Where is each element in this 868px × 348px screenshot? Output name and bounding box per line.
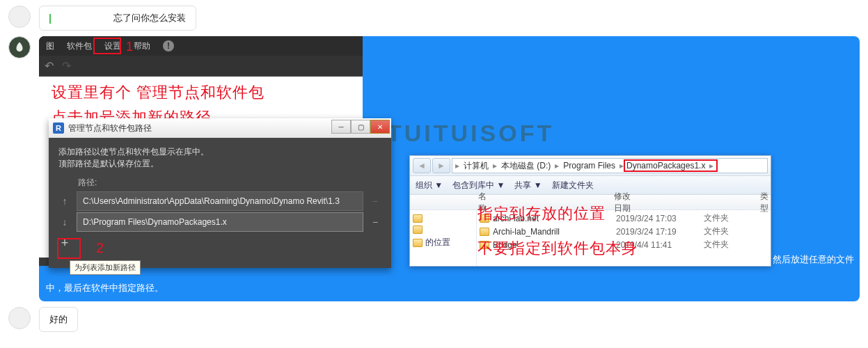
screenshot-composite: 图 软件包 设置 帮助 ! ↶ ↷ 1 设置里有个 管理节点和软件包 点击加号添… xyxy=(39,36,860,276)
chat-bubble-2: 图 软件包 设置 帮助 ! ↶ ↷ 1 设置里有个 管理节点和软件包 点击加号添… xyxy=(39,36,860,301)
chat-bubble-3: 好的 xyxy=(39,307,78,332)
folder-icon xyxy=(480,228,489,236)
annotation-box-2 xyxy=(57,238,81,259)
maximize-button[interactable]: ▢ xyxy=(351,120,370,134)
crumb-program-files[interactable]: Program Files xyxy=(560,161,618,171)
list-item[interactable]: Archi-lab_Mandrill 2019/3/24 17:19 文件夹 xyxy=(480,225,768,238)
path-column-label: 路径: xyxy=(78,177,381,189)
watermark-brand: TUITUISOFT xyxy=(387,120,554,147)
include-library-menu[interactable]: 包含到库中 ▼ xyxy=(452,180,505,191)
path-row-2: ↓ D:\Program Files\DynamoPackages1.x − xyxy=(58,212,381,232)
dialog-desc-1: 添加路径以使节点和软件包显示在库中。 xyxy=(58,146,381,158)
remove-path-button-2[interactable]: − xyxy=(369,216,381,228)
close-button[interactable]: ✕ xyxy=(370,120,390,134)
chevron-right-icon: ▸ xyxy=(454,161,461,171)
dynamo-toolbar: ↶ ↷ xyxy=(39,56,363,75)
dialog-desc-2: 顶部路径是默认保存位置。 xyxy=(58,158,381,170)
share-menu[interactable]: 共享 ▼ xyxy=(514,180,542,191)
chat-row-1: 忘了问你怎么安装 xyxy=(0,6,868,31)
explorer-tree: 的位置 xyxy=(410,210,477,266)
minimize-button[interactable]: ─ xyxy=(331,120,351,134)
dynamo-menubar: 图 软件包 设置 帮助 ! xyxy=(39,36,363,56)
tree-item[interactable] xyxy=(413,224,473,235)
address-bar[interactable]: ▸ 计算机 ▸ 本地磁盘 (D:) ▸ Program Files ▸ Dyna… xyxy=(452,158,768,173)
chevron-right-icon: ▸ xyxy=(491,161,498,171)
move-up-button[interactable]: ↑ xyxy=(58,196,71,207)
chat-text-1: 忘了问你怎么安装 xyxy=(113,13,186,23)
path-row-add: + xyxy=(58,236,381,251)
cursor-bar xyxy=(49,14,51,24)
remove-path-button-1[interactable]: − xyxy=(369,196,381,207)
add-path-tooltip: 为列表添加新路径 xyxy=(70,260,141,275)
annotation-number-1: 1 xyxy=(126,40,133,54)
tree-item-loc[interactable]: 的位置 xyxy=(413,235,473,250)
manage-paths-dialog: R 管理节点和软件包路径 ─ ▢ ✕ 添加路径以使节点和软件包显示在库中。 顶部… xyxy=(49,118,391,268)
revit-icon: R xyxy=(53,122,64,134)
crumb-drive-d[interactable]: 本地磁盘 (D:) xyxy=(498,160,553,172)
chevron-right-icon: ▸ xyxy=(553,161,560,171)
explorer-toolbar: 组织 ▼ 包含到库中 ▼ 共享 ▼ 新建文件夹 xyxy=(410,175,771,195)
folder-icon xyxy=(413,239,423,247)
dialog-title: 管理节点和软件包路径 xyxy=(68,122,152,134)
avatar-user-3 xyxy=(8,307,31,329)
tree-item[interactable] xyxy=(413,213,473,224)
menu-help[interactable]: 帮助 xyxy=(134,40,150,52)
info-icon[interactable]: ! xyxy=(163,40,174,52)
explorer-header: ◄ ► ▸ 计算机 ▸ 本地磁盘 (D:) ▸ Program Files ▸ … xyxy=(410,156,771,175)
chat-row-2: 图 软件包 设置 帮助 ! ↶ ↷ 1 设置里有个 管理节点和软件包 点击加号添… xyxy=(0,36,868,301)
redo-icon[interactable]: ↷ xyxy=(62,59,71,72)
annotation-number-2: 2 xyxy=(96,240,104,256)
nav-fwd-button[interactable]: ► xyxy=(432,158,450,173)
chat-row-3: 好的 xyxy=(0,307,868,332)
folder-icon xyxy=(413,214,423,223)
annotation-box-1 xyxy=(93,38,121,54)
chat-bubble-1: 忘了问你怎么安装 xyxy=(39,6,196,31)
new-folder-button[interactable]: 新建文件夹 xyxy=(552,180,594,191)
menu-view[interactable]: 图 xyxy=(46,40,54,52)
move-down-button[interactable]: ↓ xyxy=(58,216,71,228)
path-entry-1[interactable]: C:\Users\Administrator\AppData\Roaming\D… xyxy=(77,191,363,211)
path-entry-2[interactable]: D:\Program Files\DynamoPackages1.x xyxy=(77,212,363,232)
trailing-text-bottom: 中，最后在软件中指定路径。 xyxy=(39,276,860,301)
chat-text-3: 好的 xyxy=(49,314,68,324)
crumb-computer[interactable]: 计算机 xyxy=(461,160,491,172)
organize-menu[interactable]: 组织 ▼ xyxy=(416,180,443,191)
avatar-user-2 xyxy=(8,36,31,58)
crumb-dynamo-packages[interactable]: DynamoPackages1.x ▸ xyxy=(624,159,718,172)
path-row-1: ↑ C:\Users\Administrator\AppData\Roaming… xyxy=(58,191,381,211)
annotation-text-3: 指定到存放的位置 xyxy=(478,203,606,224)
nav-back-button[interactable]: ◄ xyxy=(413,158,431,173)
menu-packages[interactable]: 软件包 xyxy=(67,40,92,52)
avatar-user-1 xyxy=(8,6,31,28)
undo-icon[interactable]: ↶ xyxy=(45,59,54,72)
trailing-text-right: 新解压软件包，然后放进任意的文件 xyxy=(709,253,854,266)
dialog-titlebar[interactable]: R 管理节点和软件包路径 ─ ▢ ✕ xyxy=(49,118,391,138)
annotation-text-1: 设置里有个 管理节点和软件包 xyxy=(52,82,265,103)
annotation-text-4: 不要指定到软件包本身 xyxy=(478,238,638,259)
folder-icon xyxy=(413,226,423,234)
